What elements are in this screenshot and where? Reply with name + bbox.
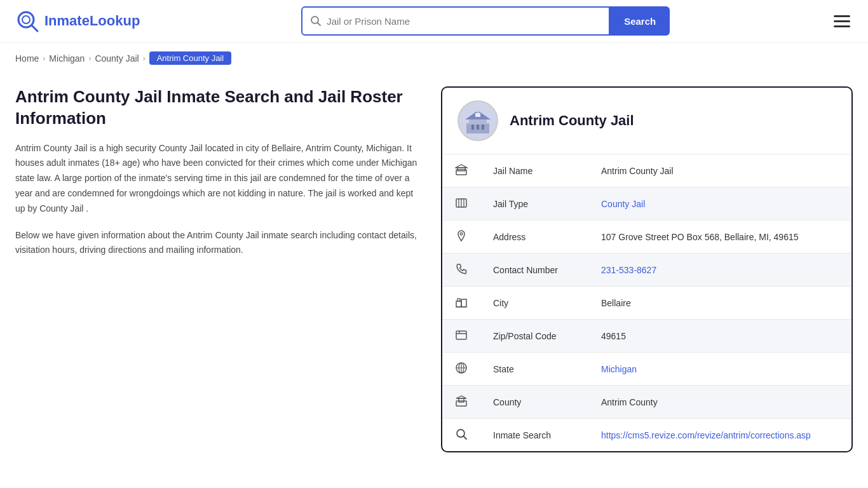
svg-marker-34 [456,396,466,398]
field-link[interactable]: County Jail [601,199,645,209]
page-description-1: Antrim County Jail is a high security Co… [15,141,422,217]
hamburger-menu[interactable] [831,13,853,30]
field-label: Address [480,220,588,254]
search-icon [310,15,322,27]
svg-line-1 [32,25,37,31]
field-value: 107 Grove Street PO Box 568, Bellaire, M… [588,220,851,254]
type-icon [442,187,480,220]
field-label: Zip/Postal Code [480,320,588,353]
table-row: CountyAntrim County [442,386,851,419]
field-link[interactable]: Michigan [601,364,637,374]
table-row: Address107 Grove Street PO Box 568, Bell… [442,220,851,254]
left-column: Antrim County Jail Inmate Search and Jai… [15,86,422,258]
field-label: Contact Number [480,254,588,287]
page-description-2: Below we have given information about th… [15,228,422,259]
field-label: Jail Type [480,187,588,220]
svg-line-36 [464,437,467,440]
table-row: Zip/Postal Code49615 [442,320,851,353]
search-bar: Search [301,6,670,36]
table-row: Jail TypeCounty Jail [442,187,851,220]
main-content: Antrim County Jail Inmate Search and Jai… [0,74,868,478]
hamburger-line-2 [834,20,850,22]
field-value: Bellaire [588,287,851,320]
field-label: Jail Name [480,154,588,187]
field-value[interactable]: Michigan [588,353,851,386]
svg-rect-11 [475,113,480,117]
breadcrumb-home[interactable]: Home [15,53,39,64]
svg-rect-21 [456,301,461,307]
field-link[interactable]: https://cms5.revize.com/revize/antrim/co… [601,430,811,440]
svg-rect-22 [461,299,466,307]
svg-point-12 [477,111,479,113]
svg-line-4 [318,23,321,26]
field-label: Inmate Search [480,419,588,452]
svg-rect-33 [459,398,464,402]
state-icon [442,353,480,386]
hamburger-line-1 [834,15,850,17]
site-header: InmateLookup Search [0,0,868,43]
jail-icon [442,154,480,187]
field-label: County [480,386,588,419]
right-column: Antrim County Jail Jail NameAntrim Count… [441,86,853,452]
field-value[interactable]: County Jail [588,187,851,220]
breadcrumb-active: Antrim County Jail [149,51,231,65]
address-icon [442,220,480,254]
table-row: StateMichigan [442,353,851,386]
svg-point-2 [22,16,30,24]
svg-rect-10 [482,125,484,130]
field-label: State [480,353,588,386]
county-icon [442,386,480,419]
field-value: Antrim County [588,386,851,419]
jail-card: Antrim County Jail Jail NameAntrim Count… [441,86,853,452]
city-icon [442,287,480,320]
page-title: Antrim County Jail Inmate Search and Jai… [15,86,422,130]
breadcrumb-michigan[interactable]: Michigan [49,53,85,64]
jail-card-header: Antrim County Jail [442,88,851,154]
logo-link[interactable]: InmateLookup [15,9,140,33]
jail-card-title: Antrim County Jail [510,112,634,129]
field-value[interactable]: https://cms5.revize.com/revize/antrim/co… [588,419,851,452]
jail-avatar [458,100,498,141]
logo-text: InmateLookup [44,13,140,29]
breadcrumb: Home › Michigan › County Jail › Antrim C… [0,43,868,74]
svg-rect-32 [456,401,466,406]
table-row: CityBellaire [442,287,851,320]
zip-icon [442,320,480,353]
breadcrumb-sep-2: › [88,54,91,63]
svg-rect-8 [471,125,474,130]
field-label: City [480,287,588,320]
phone-icon [442,254,480,287]
field-value: 49615 [588,320,851,353]
table-row: Inmate Searchhttps://cms5.revize.com/rev… [442,419,851,452]
table-row: Jail NameAntrim County Jail [442,154,851,187]
table-row: Contact Number231-533-8627 [442,254,851,287]
inmate-search-icon [442,419,480,452]
svg-rect-9 [477,125,479,130]
field-link[interactable]: 231-533-8627 [601,265,656,275]
logo-icon [15,9,39,33]
hamburger-line-3 [834,25,850,27]
svg-rect-25 [456,331,466,339]
field-value: Antrim County Jail [588,154,851,187]
svg-rect-6 [469,119,487,125]
info-table: Jail NameAntrim County JailJail TypeCoun… [442,154,851,451]
courthouse-icon [463,105,493,136]
svg-marker-15 [456,165,467,168]
breadcrumb-sep-3: › [143,54,146,63]
search-input-wrapper [301,6,610,36]
search-input[interactable] [327,16,601,27]
svg-rect-23 [458,299,460,301]
search-button[interactable]: Search [610,6,670,36]
svg-point-20 [460,233,463,235]
breadcrumb-sep-1: › [43,54,45,63]
breadcrumb-county-jail[interactable]: County Jail [95,53,139,64]
field-value[interactable]: 231-533-8627 [588,254,851,287]
